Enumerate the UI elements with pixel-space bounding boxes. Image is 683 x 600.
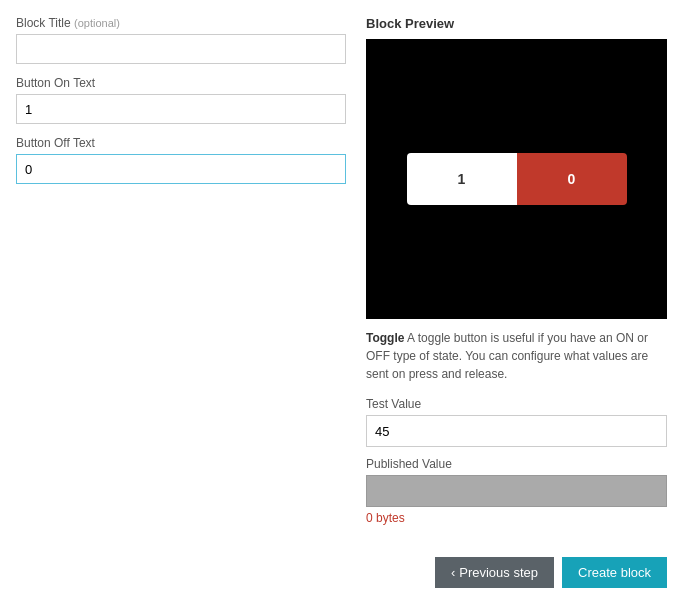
block-title-optional: (optional) [74, 17, 120, 29]
button-on-text-label: Button On Text [16, 76, 346, 90]
bytes-text: 0 bytes [366, 511, 667, 525]
block-title-group: Block Title (optional) [16, 16, 346, 64]
preview-title: Block Preview [366, 16, 667, 31]
toggle-off-value: 0 [568, 171, 576, 187]
description-body: A toggle button is useful if you have an… [366, 331, 648, 381]
button-off-text-input[interactable] [16, 154, 346, 184]
published-value-label: Published Value [366, 457, 667, 471]
footer: ‹ Previous step Create block [0, 545, 683, 600]
block-title-input[interactable] [16, 34, 346, 64]
button-on-text-group: Button On Text [16, 76, 346, 124]
description-bold: Toggle [366, 331, 404, 345]
toggle-on-side: 1 [407, 153, 517, 205]
toggle-on-value: 1 [458, 171, 466, 187]
published-value-box [366, 475, 667, 507]
test-value-input[interactable] [366, 415, 667, 447]
left-panel: Block Title (optional) Button On Text Bu… [16, 16, 346, 535]
previous-step-button[interactable]: ‹ Previous step [435, 557, 554, 588]
right-panel: Block Preview 1 0 Toggle A toggle button… [366, 16, 667, 535]
create-block-label: Create block [578, 565, 651, 580]
create-block-button[interactable]: Create block [562, 557, 667, 588]
toggle-widget[interactable]: 1 0 [407, 153, 627, 205]
chevron-left-icon: ‹ [451, 565, 455, 580]
button-off-text-label: Button Off Text [16, 136, 346, 150]
button-off-text-group: Button Off Text [16, 136, 346, 184]
description-text: Toggle A toggle button is useful if you … [366, 329, 667, 383]
toggle-off-side: 0 [517, 153, 627, 205]
previous-step-label: Previous step [459, 565, 538, 580]
block-title-label: Block Title (optional) [16, 16, 346, 30]
test-value-label: Test Value [366, 397, 667, 411]
preview-box: 1 0 [366, 39, 667, 319]
button-on-text-input[interactable] [16, 94, 346, 124]
block-title-label-text: Block Title [16, 16, 71, 30]
